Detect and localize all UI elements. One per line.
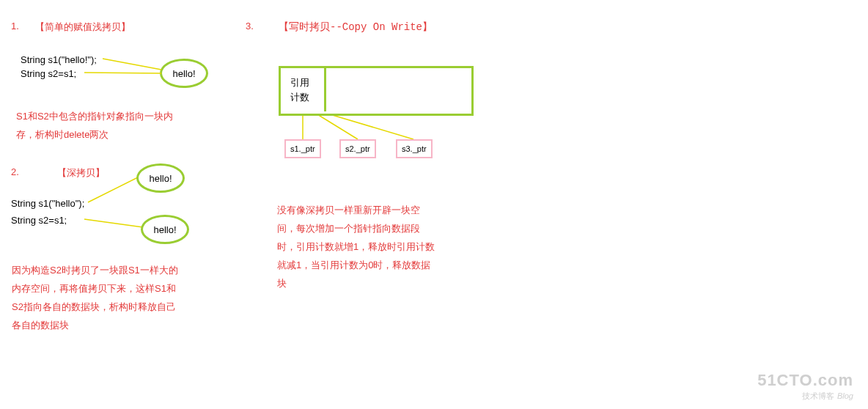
section3-desc-line3: 时，引用计数就增1，释放时引用计数	[277, 240, 435, 254]
section2-title: 【深拷贝】	[57, 166, 105, 180]
cow-refcount-divider	[324, 66, 326, 111]
svg-line-0	[103, 59, 161, 70]
watermark-sub2: Blog	[837, 391, 853, 400]
section2-desc-line4: 各自的数据块	[12, 319, 69, 332]
svg-line-2	[88, 177, 139, 202]
section1-number: 1.	[11, 21, 19, 32]
watermark: 51CTO.com 技术博客 Blog	[757, 371, 853, 402]
section2-number: 2.	[11, 166, 19, 177]
section3-desc-line5: 块	[277, 277, 287, 290]
section3-title: 【写时拷贝--Copy On Write】	[279, 21, 433, 34]
section2-desc-line3: S2指向各自的数据块，析构时释放自己	[12, 301, 176, 314]
section1-code-line1: String s1("hello!");	[21, 54, 97, 65]
watermark-sub1: 技术博客	[802, 391, 834, 400]
section3-number: 3.	[246, 21, 254, 32]
watermark-domain: 51CTO.com	[757, 371, 853, 390]
svg-line-3	[84, 219, 143, 227]
cow-ptr2: s2._ptr	[339, 139, 376, 158]
section2-desc-line2: 内存空间，再将值拷贝下来，这样S1和	[12, 282, 176, 295]
section3-desc-line4: 就减1，当引用计数为0时，释放数据	[277, 259, 430, 272]
section2-bubble1: hello!	[136, 163, 185, 193]
cow-ptr3: s3._ptr	[396, 139, 433, 158]
section2-code-line1: String s1("hello");	[11, 198, 84, 209]
section2-desc-line1: 因为构造S2时拷贝了一块跟S1一样大的	[12, 264, 178, 277]
svg-line-6	[323, 112, 413, 139]
section1-desc-line2: 存，析构时delete两次	[16, 128, 108, 141]
section2-bubble2: hello!	[141, 215, 189, 244]
section3-desc-line1: 没有像深拷贝一样重新开辟一块空	[277, 204, 420, 217]
svg-line-1	[84, 73, 161, 73]
cow-ptr1: s1._ptr	[284, 139, 321, 158]
section3-desc-line2: 间，每次增加一个指针指向数据段	[277, 222, 420, 235]
section1-desc-line1: S1和S2中包含的指针对象指向一块内	[16, 110, 173, 123]
section1-title: 【简单的赋值浅拷贝】	[35, 21, 130, 34]
svg-line-5	[314, 112, 358, 139]
section1-code-line2: String s2=s1;	[21, 68, 76, 79]
cow-refcount-label-l2: 计数	[290, 91, 309, 104]
section2-code-line2: String s2=s1;	[11, 215, 67, 226]
section1-bubble: hello!	[160, 59, 208, 88]
cow-refcount-label-l1: 引用	[290, 76, 309, 89]
